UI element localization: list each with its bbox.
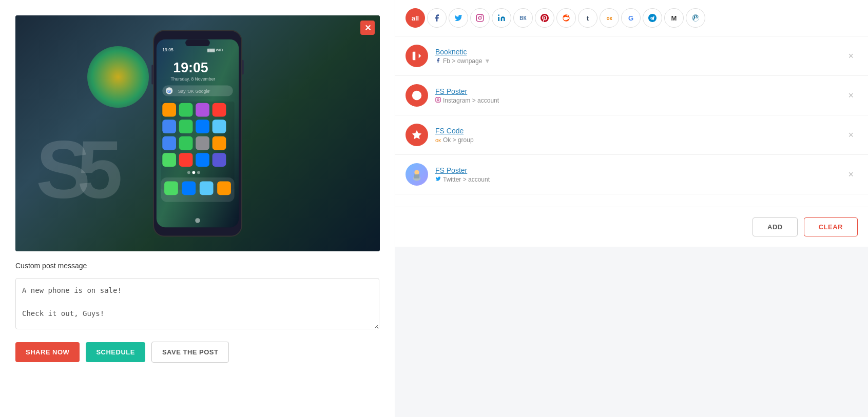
tab-medium[interactable]: M (664, 8, 684, 28)
svg-rect-35 (200, 182, 214, 195)
svg-marker-51 (412, 130, 421, 139)
svg-text:▓▓▓ WiFi: ▓▓▓ WiFi (207, 48, 223, 52)
filter-icon: ▼ (484, 57, 490, 65)
svg-rect-26 (179, 153, 193, 167)
tab-ok[interactable]: ок (600, 8, 619, 28)
remove-fs-poster-ig-button[interactable]: × (844, 89, 858, 102)
svg-rect-18 (179, 120, 193, 133)
phone-graphic: 19:05 ▓▓▓ WiFi 19:05 Thursday, 8 Novembe… (141, 26, 254, 241)
phone-image-bg: S 5 19:05 (15, 15, 380, 251)
bottom-actions: ADD CLEAR (395, 207, 868, 247)
account-name-booknetic[interactable]: Booknetic (435, 48, 837, 56)
remove-fs-poster-tw-button[interactable]: × (844, 168, 858, 181)
svg-rect-16 (213, 103, 226, 117)
svg-rect-34 (182, 182, 196, 195)
svg-text:19:05: 19:05 (162, 47, 173, 52)
svg-rect-21 (162, 136, 176, 150)
account-avatar-fs-poster-ig (406, 84, 428, 107)
remove-fs-code-button[interactable]: × (844, 128, 858, 142)
account-avatar-booknetic (406, 45, 428, 67)
account-name-fs-code[interactable]: FS Code (435, 127, 837, 135)
svg-rect-3 (185, 39, 210, 46)
tab-facebook[interactable] (427, 8, 447, 28)
action-buttons: SHARE NOW SCHEDULE SAVE THE POST (15, 342, 379, 363)
account-info-fs-poster-ig: FS Poster Instagram > account (435, 87, 837, 104)
add-button[interactable]: ADD (753, 217, 798, 236)
message-textarea[interactable]: A new phone is on sale! Check it out, Gu… (15, 278, 379, 329)
account-path-booknetic: Fb > ownpage ▼ (435, 57, 837, 65)
tab-all[interactable]: all (406, 8, 425, 28)
tab-reddit[interactable] (556, 8, 576, 28)
svg-point-30 (192, 171, 196, 174)
account-avatar-fs-code (406, 124, 428, 146)
svg-rect-23 (196, 136, 209, 150)
clear-button[interactable]: CLEAR (804, 217, 858, 236)
tab-twitter[interactable] (449, 8, 468, 28)
account-path-fs-poster-ig: Instagram > account (435, 97, 837, 104)
bottom-gray-area (395, 247, 868, 417)
bg-letter-5: 5 (77, 128, 123, 210)
svg-rect-54 (414, 174, 419, 178)
svg-point-37 (195, 218, 200, 223)
image-container: S 5 19:05 (15, 15, 380, 251)
svg-rect-19 (196, 120, 209, 133)
svg-rect-38 (151, 65, 153, 84)
account-item: FS Code ок Ok > group × (395, 115, 868, 155)
svg-rect-49 (436, 97, 440, 102)
remove-booknetic-button[interactable]: × (844, 49, 858, 63)
tab-telegram[interactable] (643, 8, 662, 28)
svg-point-31 (197, 171, 200, 174)
save-post-button[interactable]: SAVE THE POST (151, 342, 229, 363)
svg-text:G: G (167, 88, 171, 94)
share-now-button[interactable]: SHARE NOW (15, 342, 80, 362)
svg-text:19:05: 19:05 (173, 60, 208, 75)
account-item: Booknetic Fb > ownpage ▼ × (395, 36, 868, 76)
svg-rect-20 (213, 120, 226, 133)
tab-wordpress[interactable] (686, 8, 705, 28)
account-item: FS Poster Twitter > account × (395, 155, 868, 194)
tab-tumblr[interactable]: t (578, 8, 597, 28)
svg-point-52 (414, 170, 419, 174)
svg-rect-36 (217, 182, 231, 195)
svg-rect-15 (196, 103, 209, 117)
twitter-icon (435, 176, 441, 183)
account-info-fs-poster-tw: FS Poster Twitter > account (435, 166, 837, 183)
bg-decoration-circle (87, 46, 149, 108)
svg-rect-40 (476, 14, 483, 21)
account-info-booknetic: Booknetic Fb > ownpage ▼ (435, 48, 837, 65)
svg-rect-25 (162, 153, 176, 167)
close-image-button[interactable]: ✕ (360, 21, 375, 35)
svg-rect-27 (196, 153, 209, 167)
svg-point-43 (498, 14, 499, 16)
tab-vk[interactable]: ВК (513, 8, 533, 28)
left-panel: S 5 19:05 (0, 0, 395, 417)
svg-point-29 (187, 171, 190, 174)
svg-rect-14 (179, 103, 193, 117)
svg-point-46 (412, 91, 421, 100)
account-name-fs-poster-ig[interactable]: FS Poster (435, 87, 837, 95)
instagram-icon (435, 97, 441, 104)
account-info-fs-code: FS Code ок Ok > group (435, 127, 837, 144)
account-path-fs-poster-tw: Twitter > account (435, 176, 837, 183)
svg-rect-39 (242, 60, 244, 75)
account-avatar-fs-poster-tw (406, 163, 428, 186)
schedule-button[interactable]: SCHEDULE (86, 342, 145, 362)
ok-icon: ок (435, 137, 441, 143)
custom-post-label: Custom post message (15, 262, 379, 270)
fb-icon (435, 57, 441, 65)
tab-linkedin[interactable] (492, 8, 511, 28)
tab-instagram[interactable] (470, 8, 490, 28)
svg-rect-33 (164, 182, 178, 195)
account-path-fs-code: ок Ok > group (435, 136, 837, 144)
tab-pinterest[interactable] (535, 8, 554, 28)
svg-rect-22 (179, 136, 193, 150)
svg-point-41 (478, 16, 481, 19)
account-name-fs-poster-tw[interactable]: FS Poster (435, 166, 837, 174)
account-list: Booknetic Fb > ownpage ▼ × FS Poster (395, 36, 868, 207)
svg-rect-17 (162, 120, 176, 133)
svg-text:Say 'OK Google': Say 'OK Google' (178, 89, 210, 94)
svg-rect-24 (213, 136, 226, 150)
svg-point-50 (437, 98, 439, 101)
svg-rect-13 (162, 103, 176, 117)
tab-google[interactable]: G (621, 8, 641, 28)
